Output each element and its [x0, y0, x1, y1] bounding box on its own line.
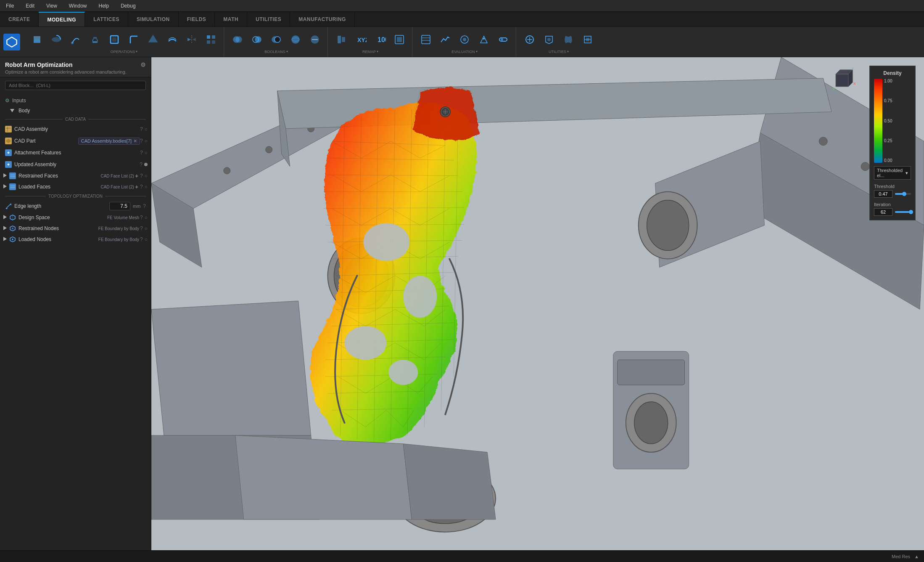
- restrained-nodes-item[interactable]: Restrained Nodes FE Boundary by Body ? ○: [0, 223, 151, 234]
- tab-modeling[interactable]: MODELING: [39, 12, 85, 27]
- tool-boolean-misc[interactable]: [306, 30, 324, 49]
- tool-eval5[interactable]: [494, 30, 512, 49]
- loaded-nodes-help-icon[interactable]: ?: [140, 236, 143, 242]
- cad-part-help-icon[interactable]: ?: [140, 138, 143, 144]
- threshold-slider[interactable]: [895, 193, 911, 195]
- design-space-expand-icon[interactable]: [3, 215, 7, 220]
- loaded-faces-item[interactable]: Loaded Faces CAD Face List (2) + ? ○: [0, 181, 151, 192]
- tool-util4[interactable]: [578, 30, 597, 49]
- restrained-faces-help-icon[interactable]: ?: [140, 173, 143, 179]
- tool-loft[interactable]: [86, 30, 104, 49]
- design-space-item[interactable]: Design Space FE Volume Mesh ? ○: [0, 212, 151, 223]
- attachment-features-more-icon[interactable]: ○: [145, 150, 148, 156]
- viewport[interactable]: Density 1.00 0.75 0.50 0.25 0.00 Thresho…: [151, 57, 924, 550]
- loaded-faces-add-icon[interactable]: +: [135, 183, 138, 190]
- booleans-label[interactable]: BOOLEANS ▾: [264, 50, 288, 54]
- utilities-arrow[interactable]: ▾: [567, 50, 569, 53]
- tool-shell[interactable]: [105, 30, 124, 49]
- updated-assembly-item[interactable]: Updated Assembly ?: [0, 159, 151, 170]
- iteration-slider[interactable]: [895, 211, 911, 213]
- utilities-label[interactable]: UTILITIES ▾: [549, 50, 569, 54]
- tool-draft[interactable]: [144, 30, 162, 49]
- loaded-faces-expand-icon[interactable]: [3, 184, 7, 190]
- bottom-arrow-icon[interactable]: ▲: [914, 554, 919, 559]
- restrained-nodes-expand-icon[interactable]: [3, 225, 7, 231]
- iteration-input[interactable]: [874, 208, 892, 216]
- density-dropdown-arrow[interactable]: ▾: [906, 170, 908, 176]
- operations-arrow[interactable]: ▾: [136, 50, 137, 53]
- menu-view[interactable]: View: [44, 2, 60, 10]
- tool-util3[interactable]: [559, 30, 578, 49]
- design-space-more-icon[interactable]: ○: [145, 215, 148, 220]
- tool-extrude[interactable]: [28, 30, 46, 49]
- tab-manufacturing[interactable]: MANUFACTURING: [290, 12, 355, 27]
- edge-length-help-icon[interactable]: ?: [143, 203, 146, 209]
- cad-part-tag-close[interactable]: ✕: [133, 138, 137, 144]
- cad-part-more-icon[interactable]: ○: [145, 138, 148, 144]
- iteration-slider-thumb[interactable]: [909, 210, 913, 214]
- tool-remap1[interactable]: [332, 30, 351, 49]
- edge-length-input[interactable]: [109, 202, 130, 210]
- tool-eval3[interactable]: [455, 30, 474, 49]
- loaded-faces-help-icon[interactable]: ?: [140, 184, 143, 190]
- threshold-slider-thumb[interactable]: [902, 192, 906, 196]
- tab-create[interactable]: CREATE: [0, 12, 39, 27]
- body-expand-icon[interactable]: [10, 109, 14, 112]
- menu-file[interactable]: File: [3, 2, 16, 10]
- tool-intersect[interactable]: [248, 30, 266, 49]
- tool-sphere[interactable]: [286, 30, 305, 49]
- tool-eval2[interactable]: [436, 30, 454, 49]
- tool-union[interactable]: [228, 30, 247, 49]
- threshold-input[interactable]: [874, 190, 892, 198]
- tool-sweep[interactable]: [66, 30, 85, 49]
- tool-pattern[interactable]: [202, 30, 220, 49]
- evaluation-label[interactable]: EVALUATION ▾: [451, 50, 478, 54]
- loaded-faces-more-icon[interactable]: ○: [145, 184, 148, 190]
- updated-assembly-help-icon[interactable]: ?: [140, 162, 143, 167]
- loaded-nodes-more-icon[interactable]: ○: [145, 236, 148, 242]
- restrained-nodes-more-icon[interactable]: ○: [145, 225, 148, 231]
- remap-arrow[interactable]: ▾: [377, 50, 378, 53]
- tab-lattices[interactable]: LATTICES: [85, 12, 128, 27]
- restrained-faces-item[interactable]: Restrained Faces CAD Face List (2) + ? ○: [0, 170, 151, 181]
- restrained-faces-add-icon[interactable]: +: [135, 172, 138, 179]
- tool-revolve[interactable]: [47, 30, 66, 49]
- tool-thicken[interactable]: [163, 30, 182, 49]
- tool-eval4[interactable]: [475, 30, 493, 49]
- loaded-nodes-expand-icon[interactable]: [3, 236, 7, 242]
- evaluation-arrow[interactable]: ▾: [476, 50, 478, 53]
- menu-help[interactable]: Help: [96, 2, 112, 10]
- booleans-arrow[interactable]: ▾: [286, 50, 288, 53]
- tool-util1[interactable]: [520, 30, 539, 49]
- design-space-help-icon[interactable]: ?: [140, 215, 143, 220]
- menu-window[interactable]: Window: [66, 2, 90, 10]
- tool-eval1[interactable]: [417, 30, 435, 49]
- add-block-input[interactable]: [5, 81, 146, 90]
- restrained-faces-more-icon[interactable]: ○: [145, 173, 148, 179]
- menu-debug[interactable]: Debug: [118, 2, 138, 10]
- tab-simulation[interactable]: SIMULATION: [128, 12, 179, 27]
- cad-part-tag[interactable]: CAD Assembly.bodies[7] ✕: [78, 138, 140, 145]
- tab-utilities[interactable]: UTILITIES: [247, 12, 290, 27]
- attachment-features-item[interactable]: Attachment Features ? ○: [0, 147, 151, 159]
- cad-assembly-more-icon[interactable]: ○: [145, 126, 148, 132]
- attachment-features-help-icon[interactable]: ?: [140, 150, 143, 156]
- cad-assembly-item[interactable]: CAD Assembly ? ○: [0, 123, 151, 135]
- operations-label[interactable]: OPERATIONS ▾: [111, 50, 137, 54]
- tool-remap2[interactable]: XYZ: [351, 30, 370, 49]
- remap-label[interactable]: REMAP ▾: [362, 50, 378, 54]
- cad-part-item[interactable]: CAD Part CAD Assembly.bodies[7] ✕ ? ○: [0, 135, 151, 147]
- tool-mirror[interactable]: [182, 30, 201, 49]
- cad-assembly-help-icon[interactable]: ?: [140, 126, 143, 132]
- panel-gear-icon[interactable]: ⚙: [140, 61, 146, 68]
- loaded-nodes-item[interactable]: Loaded Nodes FE Boundary by Body ? ○: [0, 234, 151, 245]
- tab-math[interactable]: MATH: [215, 12, 247, 27]
- menu-edit[interactable]: Edit: [23, 2, 37, 10]
- tool-fillet[interactable]: [124, 30, 143, 49]
- tool-subtract[interactable]: [267, 30, 285, 49]
- tool-util2[interactable]: [540, 30, 558, 49]
- restrained-faces-expand-icon[interactable]: [3, 173, 7, 179]
- tool-remap3[interactable]: 100: [371, 30, 389, 49]
- restrained-nodes-help-icon[interactable]: ?: [140, 225, 143, 231]
- density-dropdown[interactable]: Thresholded el... ▾: [874, 166, 911, 180]
